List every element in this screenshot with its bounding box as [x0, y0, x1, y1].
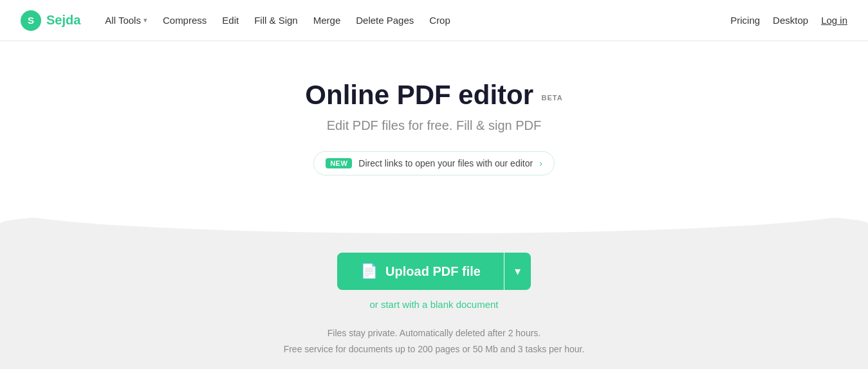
- blank-document-link[interactable]: or start with a blank document: [13, 299, 855, 310]
- nav-desktop[interactable]: Desktop: [773, 15, 808, 26]
- upload-pdf-button[interactable]: 📄 Upload PDF file: [337, 253, 504, 290]
- privacy-info: Files stay private. Automatically delete…: [13, 325, 855, 357]
- hero-title-block: Online PDF editor BETA: [13, 80, 855, 111]
- nav-compress[interactable]: Compress: [156, 11, 213, 30]
- chevron-right-icon: ›: [539, 158, 542, 168]
- nav-right: Pricing Desktop Log in: [730, 15, 847, 26]
- beta-badge: BETA: [542, 94, 563, 102]
- nav-left: S Sejda All Tools ▾ Compress Edit Fill &…: [21, 10, 457, 31]
- nav-login[interactable]: Log in: [821, 15, 847, 26]
- hero-subtitle: Edit PDF files for free. Fill & sign PDF: [13, 118, 855, 133]
- nav-crop[interactable]: Crop: [423, 11, 457, 30]
- file-upload-icon: 📄: [360, 263, 378, 280]
- nav-delete-pages[interactable]: Delete Pages: [349, 11, 420, 30]
- nav-fill-sign[interactable]: Fill & Sign: [248, 11, 304, 30]
- nav-edit[interactable]: Edit: [216, 11, 245, 30]
- new-tag: NEW: [326, 158, 352, 168]
- upload-dropdown-button[interactable]: ▾: [504, 253, 531, 290]
- upload-section: 📄 Upload PDF file ▾ or start with a blan…: [0, 208, 868, 369]
- nav-all-tools[interactable]: All Tools ▾: [98, 11, 154, 30]
- hero-section: Online PDF editor BETA Edit PDF files fo…: [0, 41, 868, 176]
- nav-links: All Tools ▾ Compress Edit Fill & Sign Me…: [98, 11, 456, 30]
- chevron-down-icon: ▾: [515, 264, 521, 278]
- navbar: S Sejda All Tools ▾ Compress Edit Fill &…: [0, 0, 868, 41]
- logo-text: Sejda: [46, 13, 80, 28]
- privacy-line1: Files stay private. Automatically delete…: [13, 325, 855, 341]
- privacy-line2: Free service for documents up to 200 pag…: [13, 341, 855, 357]
- upload-button-label: Upload PDF file: [385, 264, 481, 279]
- logo-icon: S: [21, 10, 41, 31]
- chevron-down-icon: ▾: [143, 16, 147, 24]
- hero-title: Online PDF editor: [305, 80, 533, 110]
- nav-pricing[interactable]: Pricing: [730, 15, 760, 26]
- all-tools-label: All Tools: [105, 15, 141, 26]
- upload-button-group: 📄 Upload PDF file ▾: [337, 253, 531, 290]
- new-banner[interactable]: NEW Direct links to open your files with…: [313, 151, 555, 176]
- logo[interactable]: S Sejda: [21, 10, 80, 31]
- nav-merge[interactable]: Merge: [307, 11, 347, 30]
- new-banner-text: Direct links to open your files with our…: [358, 158, 533, 168]
